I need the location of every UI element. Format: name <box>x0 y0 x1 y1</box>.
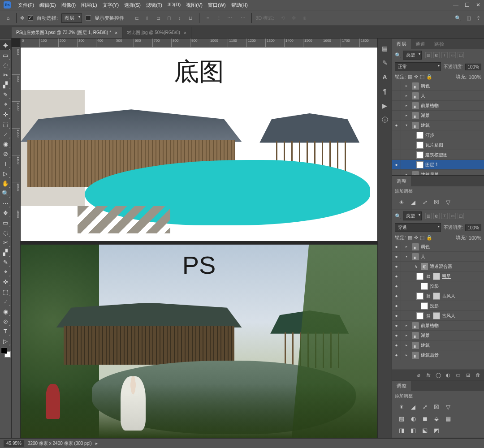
filter-smart-icon-2[interactable]: ◫ <box>458 213 464 219</box>
para-icon[interactable]: ¶ <box>380 86 390 97</box>
layer-row[interactable]: ●图层 1 <box>392 160 484 170</box>
layer-row[interactable]: ●▾▖建筑 <box>392 121 484 130</box>
zoom-value[interactable]: 45.95% <box>4 440 24 447</box>
filter-adjust-icon[interactable]: ◐ <box>433 52 440 58</box>
close-button[interactable]: ✕ <box>476 2 480 8</box>
filter-type-icon[interactable]: T <box>441 52 448 58</box>
tool2-10[interactable]: ◉ <box>0 306 11 316</box>
more-icon[interactable]: ⋯ <box>238 13 248 23</box>
menu-item[interactable]: 滤镜(T) <box>143 1 165 9</box>
visibility-icon[interactable]: ● <box>392 321 401 330</box>
show-transform-checkbox[interactable] <box>86 15 91 21</box>
tool2-2[interactable]: ◌ <box>0 228 11 237</box>
layer-row[interactable]: ●▸▖前景植物 <box>392 321 484 331</box>
layer-row[interactable]: ●⛓古风人 <box>392 311 484 321</box>
tool2-13[interactable]: ▷ <box>0 336 11 346</box>
align-hcenter-icon[interactable]: ⫿ <box>143 13 152 23</box>
visibility-icon[interactable] <box>392 81 401 90</box>
status-arrow-icon[interactable]: ▸ <box>95 441 98 446</box>
tool-15[interactable]: 🔍 <box>0 188 11 198</box>
visibility-icon[interactable] <box>392 111 401 120</box>
layer-row[interactable]: ●投影 <box>392 281 484 291</box>
visibility-icon[interactable]: ● <box>392 262 401 271</box>
workspace-icon[interactable]: ◫ <box>467 15 471 21</box>
visibility-icon[interactable]: ● <box>392 291 401 301</box>
tab-adjust-1[interactable]: 调整 <box>392 176 411 186</box>
3d-zoom-icon[interactable]: ⊕ <box>299 13 309 23</box>
tool2-0[interactable]: ✥ <box>0 208 11 218</box>
layer-row[interactable]: 建筑模型图 <box>392 150 484 160</box>
tool-7[interactable]: ✜ <box>0 109 11 119</box>
dist-3-icon[interactable]: ⋯ <box>225 13 234 23</box>
ruler-vertical[interactable]: 60080010001200140016001800 <box>12 47 21 438</box>
visibility-icon[interactable]: ● <box>392 160 401 169</box>
search-icon[interactable]: 🔍 <box>455 15 461 21</box>
opacity-value[interactable]: 100% <box>465 64 481 70</box>
link-layers-icon[interactable]: ⌀ <box>415 371 422 379</box>
auto-select-checkbox[interactable] <box>28 15 33 21</box>
tool-10[interactable]: ◉ <box>0 139 11 149</box>
filter-shape-icon-2[interactable]: ▭ <box>449 213 456 219</box>
visibility-icon[interactable]: ● <box>392 340 401 350</box>
filter-shape-icon[interactable]: ▭ <box>449 52 456 58</box>
layer-row[interactable]: ●↳◐通道混合器 <box>392 262 484 271</box>
tab-close-icon[interactable]: × <box>184 30 186 35</box>
menu-item[interactable]: 编辑(E) <box>37 1 59 9</box>
filter-kind-dropdown-2[interactable]: 类型 <box>403 211 422 220</box>
lock-all-icon[interactable]: 🔒 <box>426 74 432 80</box>
layer-row[interactable]: ▸▖调色 <box>392 81 484 91</box>
visibility-icon[interactable]: ● <box>392 281 401 291</box>
foreground-swatch[interactable] <box>1 348 7 354</box>
tool-14[interactable]: ✋ <box>0 178 11 188</box>
adj-curves-icon[interactable]: ⤢ <box>421 198 429 206</box>
align-right-icon[interactable]: ⊐ <box>153 13 163 23</box>
blend-mode-dropdown[interactable]: 正常 <box>395 62 441 71</box>
tab-close-icon[interactable]: × <box>115 30 117 35</box>
visibility-icon[interactable]: ● <box>392 350 401 360</box>
visibility-icon[interactable]: ● <box>392 121 401 130</box>
play-icon[interactable]: ▶ <box>380 100 390 111</box>
share-icon[interactable]: ⇪ <box>476 15 480 21</box>
tab-adjust-2[interactable]: 调整 <box>392 381 411 391</box>
adj-exposure-icon[interactable]: ☒ <box>432 198 441 206</box>
menu-item[interactable]: 文字(Y) <box>100 1 122 9</box>
visibility-icon[interactable] <box>392 140 401 150</box>
tool-11[interactable]: ⊘ <box>0 149 11 159</box>
adj-levels-icon[interactable]: ◢ <box>409 198 417 206</box>
restore-button[interactable]: ☐ <box>465 2 470 8</box>
tool2-3[interactable]: ✂ <box>0 237 11 247</box>
menu-item[interactable]: 3D(D) <box>165 1 183 9</box>
layer-row[interactable]: 瓦片贴图 <box>392 140 484 150</box>
visibility-icon[interactable]: ● <box>392 331 401 340</box>
align-bottom-icon[interactable]: ⊔ <box>186 13 195 23</box>
tool-6[interactable]: ⌖ <box>0 99 11 109</box>
visibility-icon[interactable]: ● <box>392 311 401 320</box>
menu-item[interactable]: 视图(V) <box>183 1 205 9</box>
filter-kind-dropdown[interactable]: 类型 <box>403 51 422 60</box>
3d-orbit-icon[interactable]: ⟲ <box>278 13 288 23</box>
filter-smart-icon[interactable]: ◫ <box>458 52 464 58</box>
tab-channels[interactable]: 通道 <box>411 39 430 49</box>
history-icon[interactable]: ▤ <box>380 43 390 54</box>
layer-row[interactable]: ▸▖人 <box>392 91 484 101</box>
move-tool-icon[interactable]: ✥ <box>20 15 24 21</box>
filter-adjust-icon-2[interactable]: ◐ <box>433 213 440 219</box>
document-tab[interactable]: 对比图.jpg @ 50%(RGB/8)× <box>122 27 191 38</box>
tab-paths[interactable]: 路径 <box>430 39 449 49</box>
layer-row[interactable]: ●⛓明星 <box>392 271 484 281</box>
tool2-4[interactable]: ▞ <box>0 247 11 257</box>
visibility-icon[interactable] <box>392 130 401 140</box>
delete-icon[interactable]: 🗑 <box>474 371 481 379</box>
auto-select-dropdown[interactable]: 图层 <box>61 13 82 23</box>
menu-item[interactable]: 窗口(W) <box>205 1 229 9</box>
visibility-icon[interactable]: ● <box>392 242 401 251</box>
adjustment-icon[interactable]: ◐ <box>445 371 452 379</box>
filter-pixel-icon-2[interactable]: ▧ <box>425 213 432 219</box>
filter-pixel-icon[interactable]: ▧ <box>425 52 432 58</box>
layer-row[interactable]: ●▸▖湖景 <box>392 331 484 340</box>
layer-row[interactable]: ●▸▖建筑后景 <box>392 350 484 360</box>
menu-item[interactable]: 帮助(H) <box>229 1 251 9</box>
tool2-1[interactable]: ▭ <box>0 218 11 228</box>
filter-type-icon-2[interactable]: T <box>441 213 448 219</box>
tool2-6[interactable]: ⌖ <box>0 267 11 277</box>
